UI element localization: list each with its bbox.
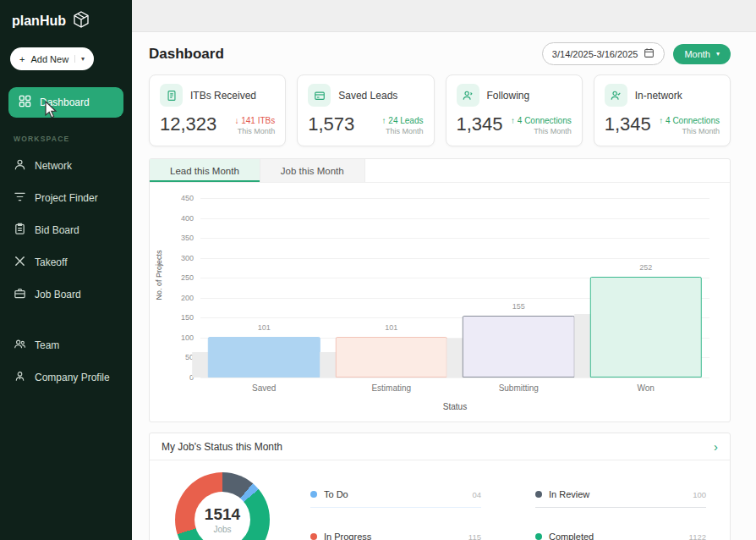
sidebar-item-dashboard[interactable]: Dashboard (8, 87, 123, 118)
stat-sub-label: This Month (382, 127, 424, 135)
sidebar-item-label: Network (35, 160, 72, 172)
person-icon (14, 158, 26, 174)
stat-sub-label: This Month (234, 127, 275, 135)
sidebar-item-takeoff[interactable]: Takeoff (0, 246, 132, 278)
y-tick-label: 400 (168, 214, 194, 223)
bar-value-label: 252 (639, 263, 652, 272)
calendar-icon (644, 47, 655, 60)
stat-card-in-network: In-network 1,345 ↑ 4 Connections This Mo… (594, 74, 731, 146)
legend-item-in-review: In Review 100 (535, 489, 706, 508)
company-profile-icon (14, 370, 26, 385)
sidebar-nav: Dashboard WORKSPACE Network Project Find… (0, 87, 132, 394)
y-tick-label: 0 (168, 373, 194, 382)
arrow-down-icon: ↓ (234, 116, 238, 125)
in-progress-dot-icon (310, 533, 317, 540)
x-category-label: Submitting (455, 383, 583, 393)
x-axis-title: Status (200, 402, 709, 415)
bar-estimating (336, 337, 447, 377)
bar-value-label: 155 (512, 302, 525, 311)
sidebar-item-project-finder[interactable]: Project Finder (0, 182, 132, 214)
arrow-up-icon: ↑ (659, 116, 663, 125)
lead-chart-section: Lead this Month Job this Month No. of Pr… (149, 158, 731, 422)
donut-center: 1514 Jobs (194, 492, 250, 540)
stat-card-following: Following 1,345 ↑ 4 Connections This Mon… (446, 74, 583, 146)
briefcase-icon (14, 287, 26, 302)
period-label: Month (684, 49, 710, 59)
bar-saved (208, 337, 320, 377)
header-controls: 3/14/2025-3/16/2025 Month ▾ (542, 42, 731, 65)
y-tick-label: 250 (168, 273, 194, 282)
jobs-donut-chart: 1514 Jobs (175, 472, 270, 540)
sidebar-item-job-board[interactable]: Job Board (0, 278, 132, 311)
chevron-right-icon[interactable]: › (714, 440, 718, 453)
cube-logo-icon (72, 10, 90, 32)
arrow-up-icon: ↑ (382, 116, 386, 125)
plus-icon: + (19, 54, 25, 64)
stat-delta: ↑ 4 Connections (659, 116, 720, 125)
tab-job-this-month[interactable]: Job this Month (260, 159, 365, 182)
y-tick-label: 200 (168, 294, 194, 302)
stat-sub-label: This Month (659, 127, 720, 135)
sidebar: planHub + Add New ▾ (0, 0, 132, 540)
period-dropdown-button[interactable]: Month ▾ (673, 44, 731, 64)
stat-value: 1,345 (457, 113, 503, 135)
todo-dot-icon (310, 491, 317, 498)
jobs-card-header: My Job's Status this Month › (150, 433, 730, 460)
chevron-down-icon: ▾ (74, 55, 85, 63)
y-tick-label: 50 (168, 353, 194, 361)
page-title: Dashboard (149, 46, 224, 63)
x-axis-categories: SavedEstimatingSubmittingWon (200, 383, 709, 393)
workspace-section-label: WORKSPACE (0, 118, 132, 150)
itb-document-icon (160, 84, 183, 107)
legend-item-todo: To Do 04 (310, 489, 481, 508)
donut-total-value: 1514 (205, 505, 240, 524)
date-range-picker[interactable]: 3/14/2025-3/16/2025 (542, 42, 666, 65)
y-tick-label: 150 (168, 313, 194, 322)
stat-label: ITBs Received (190, 90, 256, 102)
sidebar-item-label: Bid Board (35, 224, 79, 236)
following-person-icon (457, 84, 479, 107)
legend-item-completed: Completed 1122 (535, 532, 706, 540)
y-tick-label: 450 (168, 194, 194, 202)
x-category-label: Won (583, 383, 710, 393)
jobs-legend: To Do 04 In Review 100 In Progress 115 (310, 489, 706, 540)
top-strip (132, 0, 756, 32)
app-logo: planHub (0, 0, 132, 41)
stat-label: In-network (635, 90, 682, 102)
jobs-card-title: My Job's Status this Month (162, 441, 282, 453)
bar-plot: 050100150200250300350400450101101155252 (200, 198, 709, 377)
x-category-label: Saved (200, 383, 328, 393)
bar-won (590, 277, 702, 377)
y-tick-label: 300 (168, 254, 194, 262)
donut-total-label: Jobs (213, 525, 231, 534)
sidebar-item-label: Job Board (35, 289, 81, 300)
arrow-up-icon: ↑ (511, 116, 515, 125)
chevron-down-icon: ▾ (716, 50, 720, 58)
stat-label: Following (487, 90, 530, 102)
sidebar-item-label: Project Finder (35, 192, 98, 204)
sidebar-item-label: Takeoff (35, 256, 67, 268)
sidebar-item-team[interactable]: Team (0, 329, 132, 361)
bar-submitting (463, 316, 574, 377)
x-category-label: Estimating (328, 383, 456, 393)
jobs-status-card: My Job's Status this Month › 1514 Jobs T… (149, 433, 731, 540)
date-range-value: 3/14/2025-3/16/2025 (552, 49, 638, 59)
bar-value-label: 101 (385, 323, 397, 332)
in-network-person-icon (605, 84, 627, 107)
stat-label: Saved Leads (338, 90, 397, 102)
main-content: Dashboard 3/14/2025-3/16/2025 Month ▾ (132, 0, 756, 540)
saved-leads-card-icon (308, 84, 331, 107)
filter-icon (14, 190, 26, 206)
add-new-button[interactable]: + Add New ▾ (10, 47, 94, 70)
clipboard-icon (14, 223, 26, 238)
completed-dot-icon (535, 533, 542, 540)
lead-chart-card: Lead this Month Job this Month No. of Pr… (149, 158, 731, 422)
sidebar-item-label: Company Profile (35, 372, 110, 383)
stat-delta: ↑ 24 Leads (382, 116, 424, 125)
sidebar-item-network[interactable]: Network (0, 150, 132, 182)
tab-lead-this-month[interactable]: Lead this Month (150, 159, 260, 182)
sidebar-item-bid-board[interactable]: Bid Board (0, 214, 132, 246)
sidebar-item-company-profile[interactable]: Company Profile (0, 361, 132, 394)
team-icon (14, 338, 26, 353)
stat-card-saved-leads: Saved Leads 1,573 ↑ 24 Leads This Month (297, 74, 434, 146)
